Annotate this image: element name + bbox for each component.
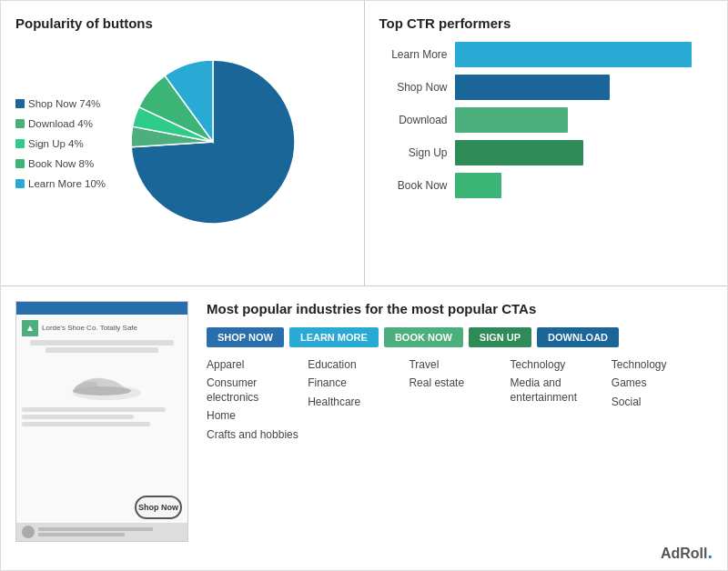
svg-point-6 bbox=[73, 386, 131, 396]
legend-item: Download 4% bbox=[15, 118, 106, 129]
ad-tagline2 bbox=[46, 347, 157, 353]
bar-fill bbox=[455, 173, 501, 198]
ad-logo-box bbox=[22, 320, 38, 336]
mock-ad: Lorde's Shoe Co. Totally Safe bbox=[15, 301, 188, 543]
industry-item: Finance bbox=[308, 376, 401, 391]
bar-track bbox=[455, 75, 713, 100]
industry-item: Consumer electronics bbox=[207, 376, 300, 405]
industries-section: Most popular industries for the most pop… bbox=[207, 301, 713, 543]
ad-cta-button[interactable]: Shop Now bbox=[135, 496, 182, 519]
cta-btn-download[interactable]: DOWNLOAD bbox=[537, 327, 619, 347]
industry-col-4: TechnologyGamesSocial bbox=[612, 358, 713, 447]
industry-item: Technology bbox=[511, 358, 604, 373]
industry-item: Media and entertainment bbox=[511, 376, 604, 405]
bottom-main: Lorde's Shoe Co. Totally Safe bbox=[1, 286, 727, 543]
ad-footer-lines bbox=[38, 527, 182, 536]
legend-item: Book Now 8% bbox=[15, 158, 106, 169]
bar-fill bbox=[455, 75, 610, 100]
industry-col-1: EducationFinanceHealthcare bbox=[308, 358, 409, 447]
cta-btn-shop-now[interactable]: SHOP NOW bbox=[207, 327, 284, 347]
panel-ctr-title: Top CTR performers bbox=[379, 15, 713, 31]
svg-rect-0 bbox=[15, 99, 25, 108]
ad-footer-avatar bbox=[22, 526, 35, 538]
dashboard: Popularity of buttons Shop Now 74%Downlo… bbox=[0, 0, 728, 571]
bar-row: Book Now bbox=[379, 173, 713, 198]
adroll-logo: AdRoll. bbox=[1, 542, 727, 570]
industries-title: Most popular industries for the most pop… bbox=[207, 301, 713, 316]
ad-footer-bar bbox=[16, 523, 187, 541]
bar-label: Download bbox=[379, 114, 448, 126]
industries-columns: ApparelConsumer electronicsHomeCrafts an… bbox=[207, 358, 713, 447]
bar-fill bbox=[455, 140, 584, 165]
bar-track bbox=[455, 140, 713, 165]
bottom-content: Lorde's Shoe Co. Totally Safe bbox=[1, 286, 727, 571]
ad-brand-text: Lorde's Shoe Co. Totally Safe bbox=[42, 324, 137, 332]
panel-ctr: Top CTR performers Learn More Shop Now D… bbox=[365, 1, 728, 286]
bar-label: Book Now bbox=[379, 179, 448, 192]
industry-item: Travel bbox=[409, 358, 502, 373]
bar-row: Download bbox=[379, 107, 713, 133]
industry-item: Social bbox=[612, 396, 705, 410]
svg-rect-4 bbox=[15, 179, 25, 188]
cta-btn-sign-up[interactable]: SIGN UP bbox=[469, 327, 531, 347]
legend-item: Learn More 10% bbox=[15, 178, 106, 189]
industry-item: Crafts and hobbies bbox=[207, 428, 300, 443]
ad-details bbox=[22, 407, 182, 429]
ad-body: Lorde's Shoe Co. Totally Safe bbox=[16, 315, 187, 493]
ad-header bbox=[16, 302, 187, 315]
industry-col-0: ApparelConsumer electronicsHomeCrafts an… bbox=[207, 358, 308, 447]
industry-item: Education bbox=[308, 358, 401, 373]
pie-chart-svg bbox=[113, 42, 313, 245]
bar-row: Shop Now bbox=[379, 75, 713, 100]
bar-label: Learn More bbox=[379, 48, 448, 61]
adroll-text: AdRoll. bbox=[661, 542, 713, 563]
ad-shoe-img bbox=[56, 358, 147, 404]
panel-popularity: Popularity of buttons Shop Now 74%Downlo… bbox=[1, 1, 365, 286]
industry-col-2: TravelReal estate bbox=[409, 358, 510, 447]
bar-row: Sign Up bbox=[379, 140, 713, 165]
bar-fill bbox=[455, 42, 693, 67]
bar-chart: Learn More Shop Now Download Sign Up Boo… bbox=[379, 42, 713, 198]
svg-rect-2 bbox=[15, 139, 25, 148]
pie-legend: Shop Now 74%Download 4%Sign Up 4%Book No… bbox=[15, 98, 106, 189]
svg-rect-3 bbox=[15, 159, 25, 168]
legend-item: Shop Now 74% bbox=[15, 98, 106, 109]
cta-btn-learn-more[interactable]: LEARN MORE bbox=[289, 327, 379, 347]
bar-label: Sign Up bbox=[379, 146, 448, 159]
cta-buttons: SHOP NOWLEARN MOREBOOK NOWSIGN UPDOWNLOA… bbox=[207, 327, 713, 347]
cta-btn-book-now[interactable]: BOOK NOW bbox=[384, 327, 463, 347]
top-row: Popularity of buttons Shop Now 74%Downlo… bbox=[1, 1, 727, 286]
industry-item: Real estate bbox=[409, 376, 502, 391]
industry-item: Apparel bbox=[207, 358, 300, 373]
industry-item: Healthcare bbox=[308, 396, 401, 410]
bar-track bbox=[455, 42, 713, 67]
industry-item: Technology bbox=[612, 358, 705, 373]
industry-col-3: TechnologyMedia and entertainment bbox=[511, 358, 612, 447]
svg-rect-1 bbox=[15, 119, 25, 128]
panel-popularity-title: Popularity of buttons bbox=[15, 15, 349, 31]
industry-item: Home bbox=[207, 409, 300, 424]
ad-brand-logo: Lorde's Shoe Co. Totally Safe bbox=[22, 320, 182, 336]
bar-label: Shop Now bbox=[379, 81, 448, 94]
ad-cta-area: Shop Now bbox=[16, 492, 187, 523]
bar-track bbox=[455, 173, 713, 198]
ad-tagline bbox=[30, 340, 174, 346]
bar-row: Learn More bbox=[379, 42, 713, 67]
pie-area: Shop Now 74%Download 4%Sign Up 4%Book No… bbox=[15, 42, 349, 245]
legend-item: Sign Up 4% bbox=[15, 138, 106, 149]
bar-fill bbox=[455, 107, 569, 133]
bar-track bbox=[455, 107, 713, 133]
industry-item: Games bbox=[612, 376, 705, 391]
